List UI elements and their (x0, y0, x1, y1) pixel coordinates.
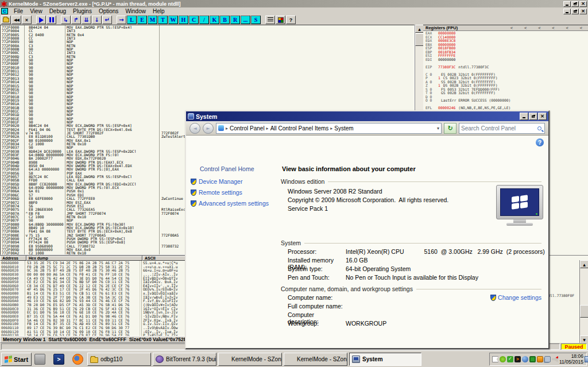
taskbar-button-system[interactable]: System (349, 353, 421, 366)
scroll-thumb[interactable] (415, 33, 424, 46)
firefox-icon[interactable] (72, 354, 83, 365)
breadcrumb-dropdown-icon[interactable]: ▾ (437, 126, 439, 131)
breadcrumb-segment[interactable]: Control Panel (230, 125, 265, 132)
menu-item[interactable]: Plugins (69, 8, 95, 14)
system-titlebar[interactable]: System × (186, 111, 548, 121)
scroll-thumb[interactable] (580, 305, 588, 318)
display-icon[interactable] (585, 356, 588, 362)
restore-button[interactable] (571, 1, 579, 7)
action-center-flag-icon[interactable] (492, 356, 498, 362)
scroll-up-arrow[interactable]: ▲ (580, 260, 588, 268)
orange-cube-icon[interactable] (537, 356, 543, 362)
antivirus-shield-icon[interactable] (507, 356, 513, 362)
open-file-button[interactable] (1, 16, 11, 24)
scroll-down-arrow[interactable]: ▼ (580, 335, 588, 343)
sidebar-item-label[interactable]: Remote settings (199, 189, 242, 196)
panel-letter-button[interactable]: H (179, 16, 188, 24)
trace-into-button[interactable]: ⇊ (82, 16, 91, 24)
clock-date: 11/05/2015 (559, 360, 583, 365)
run-button[interactable] (36, 16, 46, 24)
orange-arrow-icon[interactable] (514, 356, 521, 362)
sidebar-item-label[interactable]: Device Manager (199, 178, 242, 185)
taskbar-button-kernelmode-2[interactable]: KernelMode - SZoneS... (284, 353, 347, 366)
refresh-button[interactable]: ↻ (444, 123, 457, 134)
panel-letter-button[interactable]: K (210, 16, 219, 24)
pause-button[interactable] (47, 16, 56, 24)
execute-till-return-button[interactable]: ↵ (102, 16, 112, 24)
green-app-icon[interactable] (500, 356, 506, 362)
panel-letter-button[interactable]: M (148, 16, 157, 24)
stack-scrollbar[interactable]: ▲ ▼ (579, 260, 588, 343)
registers-header[interactable]: Registers (FPU) <<<<<< (423, 25, 588, 31)
appearance-button[interactable] (276, 16, 285, 24)
windows-edition-section-header: Windows edition (281, 178, 541, 185)
control-panel-icon (218, 125, 224, 131)
sidebar-item-device-manager[interactable]: Device Manager (191, 178, 269, 185)
search-input[interactable] (461, 125, 537, 132)
dump-address: 0060D120 (0, 330, 25, 334)
panel-letter-button[interactable]: E (137, 16, 147, 24)
panel-letter-button[interactable]: T (158, 16, 168, 24)
volume-muted-icon[interactable] (552, 356, 558, 362)
panel-letter-button[interactable]: C (189, 16, 199, 24)
close-button[interactable]: × (538, 113, 547, 120)
menu-item[interactable]: Options (95, 8, 122, 14)
dump-hex: CA 49 CE 76 42 44 CE 76 3E D5 D0 76 44 5… (25, 276, 141, 280)
taskbar-button-kernelmode-1[interactable]: KernelMode - SZoneS... (218, 353, 282, 366)
green-box-icon[interactable] (529, 356, 536, 362)
network-screens-icon[interactable] (544, 356, 551, 362)
panel-letter-button[interactable]: L (127, 16, 137, 24)
panel-letter-button[interactable]: / (199, 16, 209, 24)
sidebar-item-label[interactable]: Advanced system settings (199, 200, 269, 207)
panel-letter-button[interactable]: R (230, 16, 240, 24)
step-over-button[interactable]: ↱ (71, 16, 81, 24)
debugger-titlebar[interactable]: KernelMode - SZoneServer2.exe - [*G.P.U*… (0, 0, 588, 7)
taskbar-clock[interactable]: 18:06 11/05/2015 (559, 354, 583, 365)
server-manager-icon[interactable] (34, 354, 45, 365)
breadcrumb-segment[interactable]: System (334, 125, 353, 132)
panel-letter-button[interactable]: ... (241, 16, 250, 24)
back-button[interactable]: ◄ (189, 123, 200, 134)
search-icon[interactable] (537, 126, 541, 130)
go-to-button[interactable]: → (117, 16, 126, 24)
registers-chevrons: <<<<<< (510, 26, 586, 30)
powershell-icon[interactable]: > (53, 354, 64, 365)
start-button[interactable]: Start (1, 353, 32, 366)
menu-item[interactable]: File (10, 8, 26, 14)
computer-label: Computer name: (288, 294, 346, 301)
menu-item[interactable]: View (26, 8, 46, 14)
menu-item[interactable]: Debug (46, 8, 69, 14)
child-close-button[interactable]: × (579, 9, 587, 14)
dump-col-address[interactable]: Address (0, 256, 26, 261)
close-button[interactable]: × (579, 1, 587, 7)
dump-col-hex[interactable]: Hex dump (26, 256, 142, 261)
close-process-button[interactable]: × (22, 16, 32, 24)
change-settings-link[interactable]: Change settings (498, 294, 541, 301)
taskbar-button-bittorrent[interactable]: BitTorrent 7.9.3 (buil... (153, 353, 216, 366)
cpu-window-icon[interactable]: C (1, 8, 8, 14)
child-restore-button[interactable] (571, 9, 579, 14)
panel-letter-button[interactable]: B (220, 16, 230, 24)
panel-letter-button[interactable]: W (168, 16, 178, 24)
breadcrumb[interactable]: ▸ Control Panel ▸ All Control Panel Item… (216, 123, 442, 134)
forward-button[interactable]: ► (203, 123, 214, 134)
menu-item[interactable]: Window (122, 8, 149, 14)
scroll-up-arrow[interactable]: ▲ (415, 25, 424, 33)
minimize-button[interactable] (563, 1, 571, 7)
list-view-button[interactable] (265, 16, 275, 24)
child-minimize-button[interactable] (563, 9, 571, 14)
restart-button[interactable]: ◀◀ (11, 16, 21, 24)
sidebar-item-advanced-system-settings[interactable]: Advanced system settings (191, 200, 269, 207)
panel-letter-button[interactable]: S (251, 16, 261, 24)
sidebar-item-control-panel-home[interactable]: Control Panel Home (200, 165, 254, 172)
maximize-button[interactable] (529, 113, 537, 120)
taskbar-button-odbg110[interactable]: odbg110 (87, 353, 151, 366)
sidebar-item-remote-settings[interactable]: Remote settings (191, 189, 269, 196)
menu-item[interactable]: Help (149, 8, 168, 14)
minimize-button[interactable] (520, 113, 528, 120)
help-button[interactable]: ? (286, 16, 296, 24)
network-globe-icon[interactable] (522, 356, 528, 362)
step-into-button[interactable]: ↳ (61, 16, 71, 24)
trace-over-button[interactable]: ↓ (92, 16, 102, 24)
breadcrumb-segment[interactable]: All Control Panel Items (270, 125, 329, 132)
